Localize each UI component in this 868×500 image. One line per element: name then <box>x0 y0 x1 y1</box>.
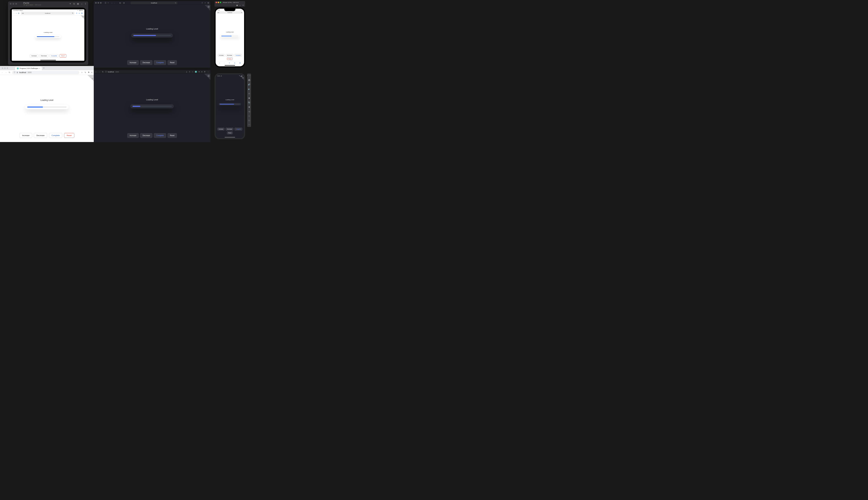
forward-button[interactable]: › <box>224 62 224 64</box>
screenshot-icon[interactable]: ▣ <box>236 4 238 6</box>
shield-icon[interactable]: ◐ <box>119 2 121 4</box>
rotate-left-icon[interactable]: ◇ <box>249 92 250 95</box>
bookmarks-icon[interactable]: ▯ <box>234 62 235 64</box>
minimize-dot[interactable] <box>98 2 99 4</box>
reset-button[interactable]: Reset <box>168 133 177 138</box>
complete-button[interactable]: Complete <box>49 133 62 138</box>
increase-button[interactable]: Increase <box>20 133 32 138</box>
record-icon[interactable]: ▣ <box>77 2 79 5</box>
more-icon[interactable]: ⋯ <box>248 124 250 126</box>
volume-up-icon[interactable]: 🔊 <box>248 83 250 86</box>
fold-corner-icon[interactable] <box>81 15 84 19</box>
zoom-icon[interactable]: ⊕ <box>249 106 250 108</box>
reader-icon[interactable]: AA <box>22 12 24 14</box>
new-tab-button[interactable]: + <box>43 67 44 69</box>
decrease-button[interactable]: Decrease <box>226 128 233 130</box>
reload-icon[interactable]: ↻ <box>72 12 73 14</box>
dropdown-icon[interactable]: ▾ <box>108 2 108 4</box>
site-info-icon[interactable]: ⓘ <box>105 71 107 73</box>
close-dot[interactable] <box>2 67 3 69</box>
url-field[interactable]: localhost ↻ <box>130 2 178 4</box>
minimize-dot[interactable] <box>12 3 14 5</box>
close-tab-icon[interactable]: × <box>39 68 40 69</box>
url-field[interactable]: ⓘ localhost:3000 <box>105 71 119 73</box>
new-tab-icon[interactable]: + <box>79 12 80 14</box>
url-field[interactable]: AA localhost ↻ <box>217 11 243 14</box>
back-button[interactable]: ‹ <box>219 62 220 64</box>
complete-button[interactable]: Complete <box>49 54 58 57</box>
reset-button[interactable]: Reset <box>227 132 233 134</box>
screenshot-icon[interactable]: ⧉ <box>73 2 75 5</box>
privacy-icon[interactable]: ◑ <box>123 2 125 4</box>
url-field[interactable]: AA localhost ↻ <box>21 12 74 15</box>
reload-button[interactable]: ↻ <box>9 71 10 73</box>
camera-icon[interactable]: 📷 <box>248 101 250 104</box>
maximize-dot[interactable] <box>220 2 221 3</box>
fold-corner-icon[interactable] <box>204 73 210 80</box>
tabs-icon[interactable]: ⊞ <box>207 2 209 4</box>
rotate-right-icon[interactable]: ◈ <box>249 97 250 99</box>
menu-icon[interactable]: ⋮ <box>207 71 209 73</box>
close-dot[interactable] <box>216 2 217 3</box>
extension-icon[interactable]: ✎ <box>84 71 86 73</box>
share-icon[interactable]: ⇪ <box>84 2 87 5</box>
decrease-button[interactable]: Decrease <box>39 54 48 57</box>
back-button[interactable]: ‹ <box>112 2 112 4</box>
bookmark-star-icon[interactable]: ☆ <box>81 71 83 73</box>
forward-button[interactable]: › <box>16 12 17 14</box>
share-icon[interactable]: ⇧ <box>201 2 203 4</box>
home-icon[interactable]: ○ <box>249 115 250 117</box>
fold-corner-icon[interactable] <box>205 5 210 11</box>
menu-icon[interactable]: ≡ <box>91 71 92 73</box>
mic-icon[interactable]: 🎙 <box>204 71 206 73</box>
reader-icon[interactable]: AA <box>218 12 219 13</box>
decrease-button[interactable]: Decrease <box>34 133 47 138</box>
fold-corner-icon[interactable] <box>241 77 244 80</box>
back-button[interactable]: ← <box>95 71 97 73</box>
reset-button[interactable]: Reset <box>59 54 66 57</box>
forward-button[interactable]: › <box>114 2 115 4</box>
sidebar-icon[interactable]: ☰ <box>105 2 106 4</box>
close-dot[interactable] <box>10 3 11 5</box>
reading-list-icon[interactable]: ≡ <box>201 71 203 73</box>
home-indicator[interactable] <box>40 60 56 60</box>
increase-button[interactable]: Increase <box>127 60 139 65</box>
increase-button[interactable]: Increase <box>217 128 225 130</box>
back-button[interactable]: ← <box>1 71 3 73</box>
site-info-icon[interactable]: 🗎 <box>16 71 18 73</box>
complete-button[interactable]: Complete <box>154 133 166 138</box>
maximize-dot[interactable] <box>7 67 8 69</box>
increase-button[interactable]: Increase <box>30 54 38 57</box>
reset-button[interactable]: Reset <box>64 133 74 138</box>
overview-icon[interactable]: □ <box>249 119 250 121</box>
power-icon[interactable]: ⏻ <box>248 79 250 81</box>
volume-down-icon[interactable]: 🔉 <box>248 88 250 90</box>
back-icon[interactable]: ◁ <box>249 111 250 113</box>
share-icon[interactable]: ⇪ <box>242 4 244 6</box>
minimize-dot[interactable] <box>218 2 219 3</box>
shield-icon[interactable]: ⛉ <box>14 71 15 73</box>
sparkle-icon[interactable]: ✦ <box>69 2 71 5</box>
extensions-icon[interactable]: ✦ <box>198 71 200 73</box>
maximize-dot[interactable] <box>100 2 102 4</box>
share-icon[interactable]: ⇧ <box>189 71 190 73</box>
extension-icon[interactable]: ⚑ <box>88 71 90 73</box>
minimize-dot[interactable] <box>4 67 6 69</box>
tabs-icon[interactable]: ⧉ <box>239 62 241 64</box>
reload-icon[interactable]: ↻ <box>175 2 176 4</box>
share-icon[interactable]: ⇧ <box>229 62 230 64</box>
reload-button[interactable]: ↻ <box>102 71 103 73</box>
decrease-button[interactable]: Decrease <box>226 54 233 57</box>
bookmark-star-icon[interactable]: ☆ <box>192 71 193 73</box>
sidebar-icon[interactable]: ☰ <box>18 12 20 14</box>
home-icon[interactable]: ⌂ <box>240 4 241 6</box>
increase-button[interactable]: Increase <box>218 54 225 57</box>
forward-button[interactable]: → <box>99 71 100 73</box>
close-dot[interactable] <box>95 2 97 4</box>
home-indicator[interactable] <box>225 65 235 66</box>
install-icon[interactable]: ⤓ <box>186 71 187 73</box>
complete-button[interactable]: Complete <box>154 60 166 65</box>
complete-button[interactable]: Complete <box>234 54 242 57</box>
increase-button[interactable]: Increase <box>127 133 139 138</box>
extension-icon[interactable] <box>195 71 197 73</box>
